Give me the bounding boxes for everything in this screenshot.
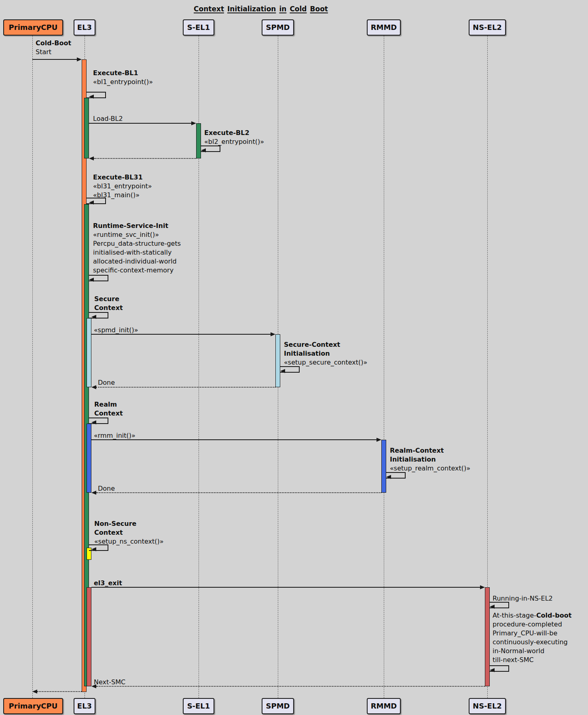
message-done-rmmd-label: Done: [98, 484, 115, 493]
participant-spmd-top: SPMD: [262, 19, 294, 36]
arrow-right-icon: [77, 57, 82, 61]
message-el3-exit-line: [91, 587, 480, 588]
arrow-left-icon: [89, 95, 94, 99]
activation-spmd-lightblue: [275, 334, 280, 387]
activation-ns-el2-red: [485, 587, 490, 686]
arrow-left-icon: [91, 491, 96, 495]
self-message-ns-context: Non-Secure Context «setup_ns_context()»: [94, 519, 164, 546]
self-message-runtime-service-init: Runtime-Service-Init «runtime_svc_init()…: [93, 221, 181, 275]
arrow-left-icon: [89, 278, 94, 282]
arrow-left-icon: [32, 690, 37, 694]
activation-s-el1-green: [196, 123, 201, 158]
self-message-secure-context: Secure Context: [94, 295, 123, 312]
message-next-smc-label: Next-SMC: [94, 678, 125, 687]
message-cold-boot-label: Cold-Boot Start: [36, 39, 71, 57]
arrow-left-icon: [91, 684, 96, 688]
arrow-left-icon: [280, 369, 285, 373]
message-spmd-init-line: [91, 334, 271, 335]
arrow-left-icon: [89, 156, 94, 160]
self-message-execute-bl1: Execute-BL1 «bl1_entrypoint()»: [93, 69, 153, 86]
message-line: Cold-Boot: [36, 39, 71, 48]
message-load-bl2-label: Load-BL2: [93, 114, 123, 123]
message-spmd-init-label: «spmd_init()»: [94, 326, 138, 335]
participant-el3-top: EL3: [74, 19, 95, 36]
arrow-right-icon: [376, 438, 381, 442]
message-rmm-init-line: [91, 439, 376, 440]
participant-s-el1-top: S-EL1: [183, 19, 214, 36]
message-line: Start: [36, 48, 71, 57]
sequence-diagram: ContextInitializationinColdBoot PrimaryC…: [0, 0, 588, 715]
activation-el3-lightblue: [87, 318, 91, 387]
activation-rmmd-blue: [381, 440, 386, 493]
return-line: [94, 158, 196, 159]
lifeline-rmmd: [384, 36, 384, 698]
self-message-realm-context-init: Realm-Context Initialisation «setup_real…: [390, 446, 470, 473]
participant-s-el1-bottom: S-EL1: [183, 698, 214, 714]
message-done-spmd-line: [96, 387, 275, 388]
participant-rmmd-top: RMMD: [367, 19, 401, 36]
arrow-left-icon: [490, 605, 495, 609]
diagram-title: ContextInitializationinColdBoot: [119, 5, 402, 13]
participant-primarycpu-top: PrimaryCPU: [3, 19, 63, 36]
message-el3-exit-label: el3_exit: [94, 579, 122, 588]
arrow-left-icon: [386, 475, 391, 479]
return-line: [37, 691, 82, 692]
message-next-smc-line: [96, 686, 485, 687]
message-rmm-init-label: «rmm_init()»: [94, 431, 135, 440]
self-message-execute-bl2: Execute-BL2 «bl2_entrypoint()»: [204, 129, 264, 146]
self-message-cold-boot-note: At-this-stage-Cold-boot procedure-comple…: [493, 611, 571, 664]
arrow-left-icon: [201, 148, 206, 152]
message-done-rmmd-line: [96, 492, 381, 493]
participant-rmmd-bottom: RMMD: [367, 698, 401, 714]
arrow-left-icon: [91, 315, 96, 319]
title-word: Initialization: [227, 5, 276, 13]
arrow-right-icon: [271, 332, 275, 336]
message-cold-boot-line: [32, 59, 77, 60]
participant-primarycpu-bottom: PrimaryCPU: [3, 698, 63, 714]
activation-el3-red: [87, 587, 91, 686]
activation-el3-green-1: [84, 98, 89, 158]
participant-ns-el2-bottom: NS-EL2: [469, 698, 506, 714]
participant-ns-el2-top: NS-EL2: [469, 19, 506, 36]
arrow-right-icon: [191, 121, 196, 125]
arrow-left-icon: [91, 420, 96, 424]
message-done-spmd-label: Done: [98, 378, 115, 387]
arrow-left-icon: [91, 385, 96, 389]
self-message-secure-context-init: Secure-Context Initialisation «setup_sec…: [284, 340, 367, 367]
title-word: in: [279, 5, 286, 13]
activation-el3-blue: [87, 424, 91, 493]
arrow-left-icon: [490, 668, 495, 672]
arrow-left-icon: [89, 200, 94, 205]
arrow-left-icon: [91, 547, 96, 551]
participant-spmd-bottom: SPMD: [262, 698, 294, 714]
title-word: Boot: [310, 5, 328, 13]
lifeline-primarycpu: [32, 36, 33, 698]
participant-el3-bottom: EL3: [74, 698, 95, 714]
title-word: Context: [194, 5, 224, 13]
self-message-realm-context: Realm Context: [94, 400, 123, 418]
message-load-bl2-line: [89, 123, 192, 124]
title-word: Cold: [290, 5, 307, 13]
self-message-execute-bl31: Execute-BL31 «bl31_entrypoint» «bl31_mai…: [93, 173, 152, 200]
arrow-right-icon: [480, 585, 485, 589]
